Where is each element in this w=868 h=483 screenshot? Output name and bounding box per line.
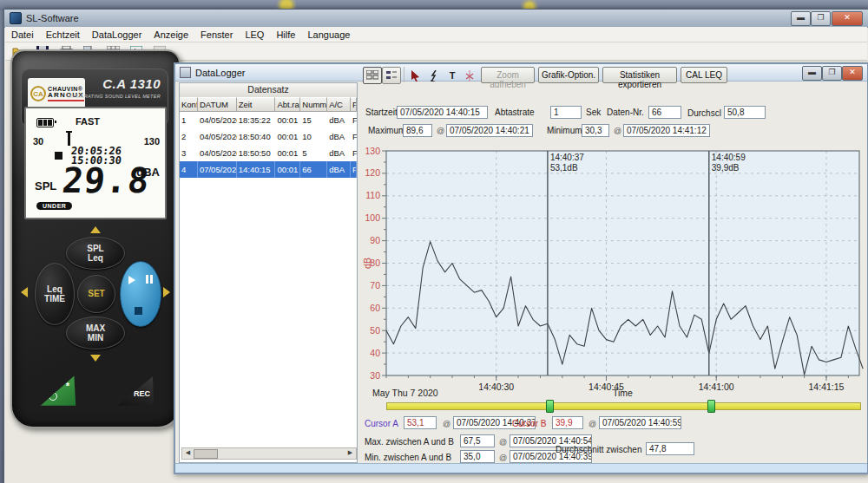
brand-logo-icon: CA <box>30 86 46 101</box>
start-time-field[interactable]: 07/05/2020 14:40:15 <box>397 106 488 119</box>
delete-cursor-icon <box>465 70 475 82</box>
column-header-DATUM[interactable]: DATUM <box>198 97 237 112</box>
slider-handle-b[interactable] <box>707 400 715 413</box>
view-table-button[interactable] <box>382 67 401 84</box>
chart-area[interactable]: 3040506070809010011012013014:40:3014:40:… <box>362 142 868 399</box>
minimum-label: Minimum <box>547 126 582 135</box>
run-pause-stop-button[interactable] <box>120 261 161 327</box>
lcd-range-high: 130 <box>144 136 160 147</box>
minimum-field[interactable]: 30,3 <box>582 124 609 137</box>
cell: 18:35:22 <box>237 112 276 128</box>
cell: 4 <box>180 161 198 178</box>
min-ab-value-field[interactable]: 35,0 <box>460 450 495 463</box>
scroll-thumb[interactable] <box>194 449 218 459</box>
lcd-level-bar-icon <box>68 131 70 146</box>
menu-item-echtzeit[interactable]: Echtzeit <box>40 29 86 41</box>
backlight-power-button[interactable]: * <box>38 374 78 408</box>
column-header-Zeit[interactable]: Zeit <box>237 97 276 112</box>
min-ab-label: Min. zwischen A und B <box>365 453 451 462</box>
sound-level-chart: 3040506070809010011012013014:40:3014:40:… <box>362 142 868 399</box>
window-title: SL-Software <box>26 13 79 23</box>
svg-text:70: 70 <box>370 280 380 290</box>
text-tool-button[interactable]: T <box>444 69 460 82</box>
menu-item-anzeige[interactable]: Anzeige <box>148 29 194 41</box>
svg-text:50: 50 <box>370 325 380 336</box>
avg-ab-value-field[interactable]: 47,8 <box>646 442 694 455</box>
sample-rate-field[interactable]: 1 <box>550 106 582 119</box>
cell: 2 <box>180 128 198 145</box>
dl-close-icon[interactable]: ✕ <box>842 66 863 81</box>
scroll-right-icon[interactable]: ▶ <box>345 449 355 457</box>
column-header-Abt.rat[interactable]: Abt.rat <box>275 97 300 112</box>
device-model: C.A 1310 <box>102 76 161 91</box>
cursor-tool-button[interactable] <box>426 69 442 82</box>
cell: 66 <box>300 161 327 178</box>
set-button[interactable]: SET <box>77 275 115 313</box>
at-symbol: @ <box>589 420 596 428</box>
data-count-field[interactable]: 66 <box>648 106 681 119</box>
max-min-button[interactable]: MAX MIN <box>66 317 125 349</box>
main-titlebar[interactable]: SL-Software ▬ ❐ ✕ <box>4 10 868 28</box>
max-ab-value-field[interactable]: 67,5 <box>460 434 495 447</box>
menu-item-datalogger[interactable]: DataLogger <box>86 29 148 41</box>
cursor-range-slider[interactable] <box>386 402 861 410</box>
rec-button[interactable]: REC <box>113 374 156 408</box>
table-row-2[interactable]: 204/05/202018:50:4000:0110dBAF <box>180 128 357 145</box>
menu-item-hilfe[interactable]: Hilfe <box>270 29 301 41</box>
table-hscrollbar[interactable]: ◀ ▶ <box>181 447 357 460</box>
svg-text:14:40:30: 14:40:30 <box>478 382 514 392</box>
maximum-field[interactable]: 89,6 <box>403 124 432 137</box>
screen: SL-Software ▬ ❐ ✕ DateiEchtzeitDataLogge… <box>0 0 868 483</box>
column-header-A/C[interactable]: A/C <box>327 97 351 112</box>
nav-up-icon <box>90 226 101 233</box>
graph-options-button[interactable]: Grafik-Option. <box>538 67 599 83</box>
view-graph-button[interactable] <box>363 67 382 84</box>
cell: 14:40:15 <box>237 161 276 178</box>
cell: 00:01 <box>275 128 300 145</box>
delete-cursor-tool-button[interactable] <box>462 69 477 82</box>
column-header-Konf[interactable]: Konf <box>180 97 198 112</box>
maximum-time-field[interactable]: 07/05/2020 14:40:21 <box>446 124 533 137</box>
table-header-row[interactable]: KonfDATUMZeitAbt.ratNummerA/CF <box>180 97 357 112</box>
menu-item-datei[interactable]: Datei <box>5 29 40 41</box>
close-icon[interactable]: ✕ <box>832 11 863 26</box>
lcd-mode: FAST <box>26 116 149 127</box>
lightning-cursor-icon <box>430 70 439 82</box>
slider-handle-a[interactable] <box>546 400 554 413</box>
cell: F <box>351 112 357 128</box>
export-statistics-button[interactable]: Statistiken exportieren <box>602 67 677 83</box>
average-field[interactable]: 50,8 <box>724 106 766 119</box>
pointer-icon <box>411 70 421 82</box>
menu-item-language[interactable]: Language <box>301 29 356 41</box>
cell: dBA <box>327 112 351 128</box>
cell: 18:50:50 <box>237 145 276 161</box>
zoom-reset-button[interactable]: Zoom aufheben <box>481 67 535 83</box>
minimum-time-field[interactable]: 07/05/2020 14:41:12 <box>623 124 710 137</box>
cell: 00:01 <box>275 161 300 178</box>
scroll-left-icon[interactable]: ◀ <box>183 449 193 457</box>
spl-leq-button[interactable]: SPL Leq <box>66 237 125 270</box>
cell: F <box>351 161 357 178</box>
pointer-tool-button[interactable] <box>408 69 424 82</box>
maximize-icon[interactable]: ❐ <box>811 11 831 26</box>
dl-maximize-icon[interactable]: ❐ <box>822 66 842 81</box>
leq-time-button[interactable]: Leq TIME <box>35 263 75 325</box>
menu-item-fenster[interactable]: Fenster <box>194 29 239 41</box>
column-header-F[interactable]: F <box>351 97 357 112</box>
cursor-b-value-field[interactable]: 39,9 <box>552 416 583 429</box>
cell: 00:01 <box>275 112 300 128</box>
minimize-icon[interactable]: ▬ <box>791 11 811 26</box>
table-row-3[interactable]: 304/05/202018:50:5000:015dBAF <box>180 145 357 161</box>
nav-left-icon <box>21 287 28 297</box>
svg-text:40: 40 <box>370 348 380 358</box>
cursor-b-time-field[interactable]: 07/05/2020 14:40:59 <box>599 416 681 429</box>
average-label: Durchscl <box>687 108 721 118</box>
table-row-4[interactable]: 407/05/202014:40:1500:0166dBAF <box>180 161 357 178</box>
table-row-1[interactable]: 104/05/202018:35:2200:0115dBAF <box>180 112 357 128</box>
menu-item-leq[interactable]: LEQ <box>239 29 270 41</box>
device-lcd: FAST 30 130 20:05:26 15:00:30 SPL 29.8 d… <box>24 107 167 219</box>
cursor-a-value-field[interactable]: 53,1 <box>404 416 437 429</box>
dl-minimize-icon[interactable]: ▬ <box>802 66 822 81</box>
cal-leq-button[interactable]: CAL LEQ <box>681 67 727 83</box>
column-header-Nummer[interactable]: Nummer <box>300 97 327 112</box>
